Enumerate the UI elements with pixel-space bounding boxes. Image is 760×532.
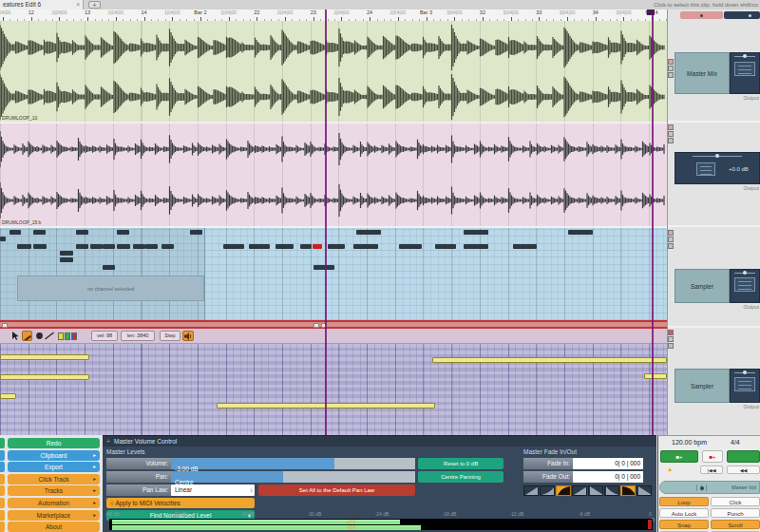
midi-note[interactable]	[568, 230, 593, 235]
sampler1-fader-panel[interactable]	[730, 269, 760, 303]
sampler2-header[interactable]: Sampler	[674, 369, 760, 403]
midi-note[interactable]	[435, 244, 456, 249]
panlaw-dropdown[interactable]: Linear↕	[171, 484, 255, 496]
tempo-display[interactable]: 120.00 bpm	[672, 439, 707, 446]
selected-track-divider[interactable]	[0, 320, 667, 329]
midi-note[interactable]	[353, 244, 378, 249]
master-mix-header[interactable]: Master Mix	[674, 52, 760, 94]
midi-note[interactable]	[145, 244, 158, 249]
midi-note[interactable]	[223, 244, 244, 249]
midi-note[interactable]	[117, 244, 130, 249]
menu-item-export[interactable]: Export▸	[8, 462, 100, 472]
midi-note[interactable]	[190, 230, 202, 235]
toggle-click[interactable]: Click	[711, 497, 760, 506]
ffwd-button[interactable]: ◀◀	[727, 466, 760, 474]
midi-note[interactable]	[76, 230, 88, 235]
piano-note[interactable]	[0, 374, 89, 380]
midi-note[interactable]	[328, 244, 345, 249]
midi-track[interactable]: no channel selected	[0, 228, 667, 320]
tab-edit[interactable]: eatures Edit 6 ×	[0, 0, 84, 10]
midi-note-selected[interactable]	[313, 244, 322, 249]
toggle-loop[interactable]: Loop	[659, 497, 709, 506]
midi-note[interactable]	[33, 230, 46, 235]
piano-note[interactable]	[644, 373, 667, 379]
midi-note[interactable]	[33, 244, 47, 249]
menu-item-clipboard[interactable]: Clipboard▸	[8, 450, 100, 461]
menu-item-tracks[interactable]: Tracks▸	[8, 485, 100, 496]
color-swatch-yellow[interactable]	[58, 332, 64, 340]
track4-mini-controls[interactable]	[668, 330, 674, 350]
master-volume-strip[interactable]: Master Vol	[659, 481, 760, 494]
midi-note[interactable]	[103, 265, 115, 270]
velocity-panel[interactable]: no channel selected	[17, 276, 204, 301]
track2-header[interactable]: +0.0 dB	[674, 152, 760, 184]
sampler1-header[interactable]: Sampler	[674, 269, 760, 303]
centre-panning-button[interactable]: Centre Panning	[418, 471, 504, 483]
piano-note[interactable]	[0, 354, 89, 360]
sampler2-fader-panel[interactable]	[730, 369, 760, 403]
track3-mini-controls[interactable]	[668, 230, 674, 250]
fadeout-value[interactable]: 0| 0 | 000	[573, 471, 643, 483]
fade-curve-out[interactable]	[588, 485, 603, 496]
midi-note[interactable]	[513, 244, 537, 249]
toggle-punch[interactable]: Punch	[711, 508, 760, 518]
color-swatch-multi[interactable]	[71, 332, 77, 340]
midi-note[interactable]	[464, 244, 488, 249]
fade-curve-out[interactable]	[636, 485, 652, 496]
midi-note[interactable]	[10, 230, 21, 235]
pencil-tool-icon[interactable]	[22, 331, 32, 341]
midi-clip-left[interactable]: no channel selected	[0, 228, 205, 320]
piano-note[interactable]	[432, 357, 667, 363]
menu-item-redo[interactable]: Redo	[8, 438, 100, 448]
menu-item-click-track[interactable]: Click Track▸	[8, 474, 100, 484]
hscroll-right-segment[interactable]	[724, 11, 760, 19]
midi-note[interactable]	[464, 230, 488, 235]
master-mix-plugin[interactable]: Master Mix	[674, 52, 730, 94]
edit-cursor[interactable]	[325, 10, 327, 435]
warning-icon[interactable]: ▲	[667, 466, 673, 472]
midi-note[interactable]	[162, 244, 174, 249]
rewind-button[interactable]: |◀◀	[700, 466, 723, 474]
hscroll-left-segment[interactable]	[680, 11, 723, 19]
midi-note[interactable]	[117, 230, 129, 235]
midi-note[interactable]	[0, 237, 6, 241]
toggle-auto-lock[interactable]: Auto Lock	[659, 508, 709, 518]
menu-item-marketplace[interactable]: Marketplace▸	[8, 510, 100, 521]
play-button[interactable]	[727, 450, 760, 463]
fade-curve-in[interactable]	[572, 485, 587, 496]
fade-curve-in[interactable]	[523, 485, 539, 496]
midi-note[interactable]	[103, 244, 115, 249]
record-arm-button[interactable]: ■+	[660, 450, 698, 463]
midi-note[interactable]	[133, 244, 145, 249]
midi-note[interactable]	[300, 244, 312, 249]
track2-mini-controls[interactable]	[668, 124, 674, 144]
fadein-value[interactable]: 0| 0 | 000	[573, 458, 643, 469]
volume-slider-fill[interactable]: -3.00 dB	[171, 458, 334, 469]
timesig-display[interactable]: 4/4	[731, 439, 740, 446]
midi-note[interactable]	[60, 251, 73, 256]
fade-curve-in[interactable]	[556, 485, 571, 496]
divider-box-left[interactable]	[2, 323, 8, 328]
midi-note[interactable]	[249, 244, 270, 249]
master-volume-knob[interactable]	[700, 486, 704, 490]
master-mix-fader-panel[interactable]	[730, 52, 760, 94]
sampler1-plugin[interactable]: Sampler	[674, 269, 730, 303]
default-panlaw-button[interactable]: Set All to the Default Pan Law	[258, 484, 415, 496]
record-add-button[interactable]: ■+	[702, 450, 723, 463]
panel-title-bar[interactable]: +Master Volume Control	[103, 436, 656, 446]
midi-note[interactable]	[314, 265, 334, 270]
audio-track-1[interactable]: DRUMLOOP_10	[0, 21, 667, 124]
midi-note[interactable]	[60, 257, 73, 262]
color-swatch-green[interactable]	[65, 332, 70, 340]
toggle-scroll[interactable]: Scroll	[711, 520, 760, 529]
midi-note[interactable]	[399, 244, 422, 249]
line-tool-icon[interactable]	[44, 331, 54, 341]
pan-slider-track[interactable]	[283, 471, 415, 483]
step-button[interactable]: Step	[160, 331, 180, 341]
audio-track-2[interactable]: DRUMLOOP_15 b	[0, 124, 667, 228]
sampler2-plugin[interactable]: Sampler	[674, 369, 730, 403]
midi-note[interactable]	[17, 244, 31, 249]
select-tool-icon[interactable]	[10, 331, 20, 341]
tab-close-icon[interactable]: ×	[76, 0, 80, 10]
new-tab-button[interactable]: +	[88, 1, 101, 9]
